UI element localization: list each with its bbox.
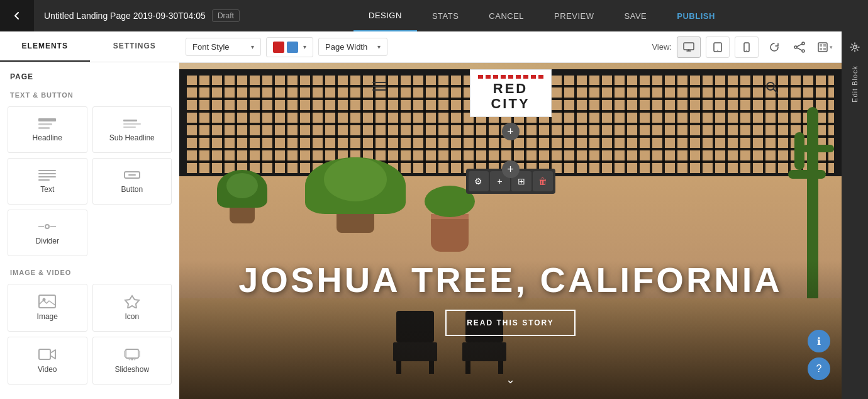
color-chevron: ▾ [303,43,306,50]
font-style-dropdown[interactable]: Font Style ▾ [186,38,261,56]
logo-delete-btn[interactable]: 🗑 [533,171,553,191]
toolbar-row: Font Style ▾ ▾ Page Width ▾ View: [179,31,842,63]
svg-rect-4 [123,123,141,125]
color-picker[interactable]: ▾ [266,37,313,57]
icon-label: Icon [125,312,139,321]
svg-line-34 [797,48,802,50]
canvas-scroll[interactable]: + [179,63,842,399]
svg-rect-15 [39,295,55,308]
element-video[interactable]: Video [8,337,87,385]
tab-stats[interactable]: STATS [417,0,474,31]
sidebar: ELEMENTS SETTINGS PAGE TEXT & BUTTON [0,31,179,399]
hero-cta-button[interactable]: READ THIS STORY [445,310,576,336]
logo-block[interactable]: RED CITY [470,69,552,117]
right-panel-settings-btn[interactable] [844,37,865,58]
nav-title-area: Untitled Landing Page 2019-09-30T04:05 D… [34,9,250,22]
sidebar-tab-settings[interactable]: SETTINGS [90,31,180,62]
history-btn[interactable] [764,37,785,58]
hero-down-arrow[interactable]: ⌄ [506,373,515,386]
svg-point-12 [45,225,49,228]
video-icon [38,347,56,361]
headline-label: Headline [33,133,62,142]
font-style-label: Font Style [192,42,230,52]
sub-headline-label: Sub Headline [109,133,155,142]
svg-rect-3 [123,120,137,121]
hamburger-menu-btn[interactable] [372,82,386,91]
sidebar-tab-elements[interactable]: ELEMENTS [0,31,90,62]
element-text[interactable]: Text [8,158,87,205]
tab-preview[interactable]: PREVIEW [539,0,609,31]
right-panel: Edit Block [842,31,868,399]
tab-save[interactable]: SAVE [609,0,662,31]
fab-info-btn[interactable]: ℹ [808,330,830,352]
svg-rect-21 [138,351,140,357]
text-label: Text [40,185,54,194]
logo-stripe [478,75,543,79]
fab-help-btn[interactable]: ? [808,357,830,380]
svg-point-29 [746,50,747,51]
svg-rect-36 [820,44,822,47]
draft-badge: Draft [212,9,240,22]
pages-btn[interactable]: ▾ [814,37,835,58]
text-button-section-label: TEXT & BUTTON [0,81,179,104]
page-width-chevron: ▾ [377,43,381,50]
svg-point-30 [794,46,797,48]
plant-left [217,160,267,223]
sidebar-content: PAGE TEXT & BUTTON Headline [0,62,179,399]
svg-rect-1 [38,123,52,125]
text-button-grid: Headline Sub Headline [0,104,179,259]
tab-publish[interactable]: PUBLISH [662,0,730,31]
color-swatch-blue [287,42,298,53]
element-slideshow[interactable]: Slideshow [92,337,172,385]
tab-cancel[interactable]: CANCEL [474,0,539,31]
image-label: Image [37,312,58,321]
page-width-label: Page Width [325,42,367,52]
svg-rect-7 [38,173,56,174]
svg-rect-20 [124,351,126,357]
button-label: Button [121,185,143,194]
element-sub-headline[interactable]: Sub Headline [92,106,172,153]
svg-rect-39 [823,48,826,50]
element-button[interactable]: Button [92,158,172,205]
top-nav: Untitled Landing Page 2019-09-30T04:05 D… [0,0,868,31]
svg-rect-25 [684,43,694,50]
page-width-dropdown[interactable]: Page Width ▾ [318,38,387,56]
main-area: ELEMENTS SETTINGS PAGE TEXT & BUTTON [0,31,868,399]
element-image[interactable]: Image [8,284,87,332]
svg-point-40 [767,82,774,90]
logo-line1: RED [478,81,543,96]
page-section-label: PAGE [0,62,179,81]
button-icon [123,169,141,181]
back-button[interactable] [0,0,34,31]
edit-block-label[interactable]: Edit Block [851,60,859,108]
svg-rect-38 [820,48,822,50]
add-section-top-btn[interactable]: + [502,123,520,140]
svg-marker-17 [125,296,139,308]
element-divider[interactable]: Divider [8,210,87,256]
icon-icon [123,295,141,308]
slideshow-label: Slideshow [114,365,149,374]
canvas-area: + [179,63,842,399]
add-section-bottom-btn[interactable]: + [502,160,520,178]
tab-design[interactable]: DESIGN [353,0,417,31]
share-btn[interactable] [789,37,810,58]
sub-headline-icon [123,117,141,130]
element-icon[interactable]: Icon [92,284,172,332]
canvas-search-btn[interactable] [765,81,779,98]
element-headline[interactable]: Headline [8,106,87,153]
svg-point-23 [131,359,133,361]
view-tablet-btn[interactable] [706,37,730,58]
view-mobile-btn[interactable] [735,37,759,58]
svg-rect-9 [38,179,50,181]
hero-text-area: JOSHUA TREE, CALIFORNIA READ THIS STORY [179,261,842,336]
pot-center-right [425,201,475,252]
hero-section: RED CITY ⚙ + ⊞ 🗑 + [179,63,842,399]
svg-rect-0 [38,118,56,121]
hero-main-text: JOSHUA TREE, CALIFORNIA [179,261,842,300]
logo-settings-btn[interactable]: ⚙ [469,171,489,191]
svg-rect-18 [39,349,50,359]
view-desktop-btn[interactable] [677,37,701,58]
headline-icon [38,117,56,130]
svg-point-32 [802,50,804,52]
pages-chevron: ▾ [830,44,833,50]
